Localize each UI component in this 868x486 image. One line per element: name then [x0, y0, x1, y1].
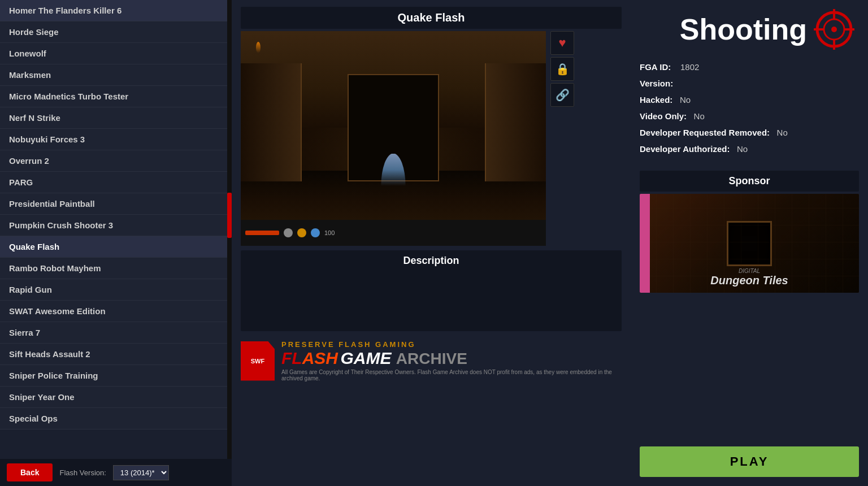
right-panel: Shooting FGA ID: 1802 Version: Hacked: [631, 0, 868, 486]
sponsor-section: Sponsor DIGITAL Dungeon Tiles [640, 171, 859, 440]
game-list-item-sierra-7[interactable]: Sierra 7 [0, 322, 232, 344]
sponsor-image[interactable]: DIGITAL Dungeon Tiles [640, 194, 859, 293]
fga-logo: SWF PRESERVE FLASH GAMING FLASH GAME ARC… [241, 336, 622, 386]
swf-icon: SWF [241, 341, 275, 381]
fga-text: PRESERVE FLASH GAMING FLASH GAME ARCHIVE… [281, 340, 622, 381]
game-list-item-horde-siege[interactable]: Horde Siege [0, 21, 232, 43]
category-title: Shooting [680, 15, 807, 44]
game-list-item-nerf-n-strike[interactable]: Nerf N Strike [0, 107, 232, 129]
favorite-button[interactable]: ♥ [550, 31, 574, 55]
fga-flash-archive: ARCHIVE [396, 350, 467, 367]
game-display-area: 100 ♥ 🔒 🔗 [241, 31, 622, 246]
category-header: Shooting [640, 9, 859, 50]
game-metadata: FGA ID: 1802 Version: Hacked: No Video O… [640, 57, 859, 164]
meta-dev-authorized: Developer Authorized: No [640, 143, 859, 155]
game-list-item-nobuyuki-forces[interactable]: Nobuyuki Forces 3 [0, 129, 232, 150]
sidebar: Homer The Flanders Killer 6Horde SiegeLo… [0, 0, 232, 486]
fga-flash-red: FL [281, 349, 302, 367]
fga-flash-game: GAME [340, 349, 396, 367]
game-list-item-sniper-police[interactable]: Sniper Police Training [0, 365, 232, 387]
game-list-item-swat-awesome[interactable]: SWAT Awesome Edition [0, 301, 232, 322]
game-list-item-parg[interactable]: PARG [0, 172, 232, 193]
description-text [245, 270, 617, 327]
dungeon-digital-label: DIGITAL [710, 268, 788, 274]
svg-point-2 [831, 27, 837, 32]
flash-version-label: Flash Version: [59, 468, 106, 477]
main-content: Quake Flash 100 [232, 0, 631, 486]
description-section: Description [241, 250, 622, 331]
game-list-item-quake-flash[interactable]: Quake Flash [0, 236, 232, 258]
dungeon-tiles-label: Dungeon Tiles [710, 274, 788, 287]
meta-fga-id: FGA ID: 1802 [640, 61, 859, 73]
crosshair-icon [814, 9, 854, 50]
game-list-item-marksmen[interactable]: Marksmen [0, 64, 232, 86]
fga-title-line: FLASH GAME ARCHIVE [281, 349, 622, 368]
scrollbar-thumb[interactable] [227, 193, 232, 238]
meta-version: Version: [640, 77, 859, 89]
game-list-item-pumpkin-crush[interactable]: Pumpkin Crush Shooter 3 [0, 215, 232, 236]
game-list-item-rambo-robot[interactable]: Rambo Robot Mayhem [0, 258, 232, 279]
game-list-item-rapid-gun[interactable]: Rapid Gun [0, 279, 232, 301]
meta-video-only: Video Only: No [640, 110, 859, 122]
game-list-item-lonewolf[interactable]: Lonewolf [0, 43, 232, 64]
meta-dev-removed: Developer Requested Removed: No [640, 127, 859, 138]
fga-preserve-text: PRESERVE FLASH GAMING [281, 340, 622, 349]
sponsor-title: Sponsor [640, 171, 859, 192]
description-title: Description [245, 255, 617, 267]
lock-button[interactable]: 🔒 [550, 57, 574, 81]
game-list-item-sift-heads[interactable]: Sift Heads Assault 2 [0, 344, 232, 365]
game-list: Homer The Flanders Killer 6Horde SiegeLo… [0, 0, 232, 459]
bottom-bar: Back Flash Version: 13 (2014)* [0, 459, 232, 486]
back-button[interactable]: Back [7, 463, 53, 481]
game-list-item-presidential-paintball[interactable]: Presidential Paintball [0, 193, 232, 215]
fga-copyright: All Games are Copyright of Their Respect… [281, 369, 622, 381]
game-list-item-overrun-2[interactable]: Overrun 2 [0, 150, 232, 172]
game-list-item-homer-flanders[interactable]: Homer The Flanders Killer 6 [0, 0, 232, 21]
flash-version-select[interactable]: 13 (2014)* [113, 465, 169, 480]
game-screenshot: 100 [241, 31, 546, 246]
game-sidebar-icons: ♥ 🔒 🔗 [550, 31, 574, 246]
game-list-item-sniper-year-one[interactable]: Sniper Year One [0, 387, 232, 408]
play-button[interactable]: PLAY [640, 446, 859, 477]
meta-hacked: Hacked: No [640, 94, 859, 106]
game-title: Quake Flash [241, 7, 622, 29]
game-list-item-micro-madnetics[interactable]: Micro Madnetics Turbo Tester [0, 86, 232, 107]
link-button[interactable]: 🔗 [550, 83, 574, 107]
game-list-item-special-ops[interactable]: Special Ops [0, 408, 232, 429]
